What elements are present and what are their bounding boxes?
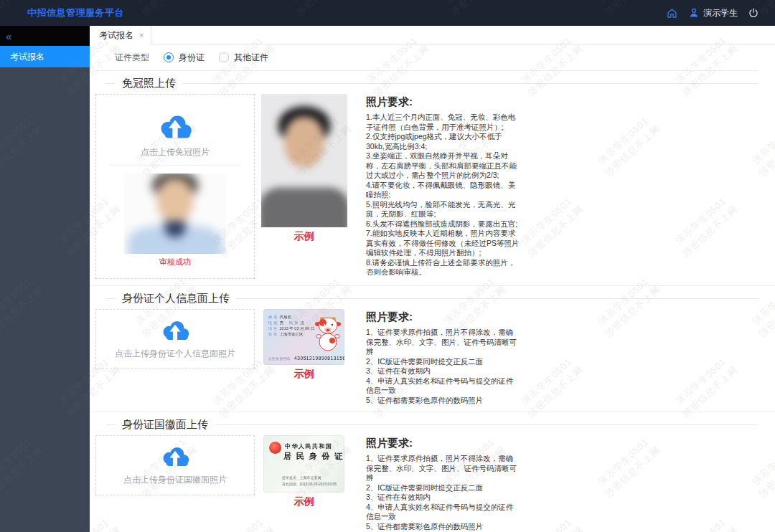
requirement-item: 2、IC版证件需要同时提交正反二面 <box>366 483 520 493</box>
example-column: 中华人民共和国 居 民 身 份 证 签发机关 上海市公安局 有效期限 2013.… <box>260 435 347 508</box>
example-column: 示例 <box>260 94 347 243</box>
main-content: 考试报名 × 证件类型 身份证 其他证件 免冠照上传 <box>90 26 775 532</box>
requirements-id-front: 照片要求: 1、证件要求原件拍摄，照片不得涂改，需确保完整、水印、文字、图片、证… <box>366 309 520 405</box>
tab-label: 考试报名 <box>99 29 133 42</box>
example-id-card-back: 中华人民共和国 居 民 身 份 证 签发机关 上海市公安局 有效期限 2013.… <box>263 435 344 493</box>
requirement-item: 8.请务必谨慎上传符合上述全部要求的照片，否则会影响审核。 <box>366 258 520 277</box>
cloud-upload-icon <box>159 445 191 468</box>
requirement-item: 3、证件在有效期内 <box>366 366 520 376</box>
requirement-item: 7.能如实地反映本人近期相貌，照片内容要求真实有效，不得做任何修改（未经过PS等… <box>366 229 520 258</box>
requirement-item: 4、申请人真实姓名和证件号码与提交的证件信息一致 <box>366 503 520 522</box>
app-title: 中招信息管理服务平台 <box>27 6 124 19</box>
upload-hint: 点击上传免冠照片 <box>141 146 210 158</box>
requirements-id-back: 照片要求: 1、证件要求原件拍摄，照片不得涂改，需确保完整、水印、文字、图片、证… <box>366 435 520 531</box>
requirement-item: 4.请不要化妆，不得佩戴眼镜、隐形眼镜、美瞳拍照; <box>366 181 520 200</box>
requirement-item: 2、IC版证件需要同时提交正反二面 <box>366 357 520 367</box>
example-label: 示例 <box>294 495 314 508</box>
tab-exam-registration[interactable]: 考试报名 × <box>90 26 151 44</box>
home-icon[interactable] <box>666 7 678 19</box>
section-divider <box>90 412 775 412</box>
user-icon <box>688 7 700 19</box>
cert-type-label: 证件类型 <box>115 52 149 64</box>
review-status: 审核成功 <box>159 257 191 267</box>
example-label: 示例 <box>294 230 314 243</box>
section-id-back: 点击上传身份证国徽面照片 中华人民共和国 居 民 身 份 证 签发机关 上海市公… <box>95 435 758 531</box>
cloud-upload-icon <box>159 319 191 342</box>
sidebar-header: « <box>0 26 90 46</box>
requirements-list: 1、证件要求原件拍摄，照片不得涂改，需确保完整、水印、文字、图片、证件号码清晰可… <box>366 328 520 405</box>
cow-cartoon <box>315 315 341 352</box>
cloud-upload-icon <box>156 113 194 141</box>
example-portrait-photo <box>261 94 347 227</box>
section-title-id-back: 身份证国徽面上传 <box>95 417 758 432</box>
upload-hint: 点击上传身份证个人信息面照片 <box>115 348 235 360</box>
radio-other-cert[interactable]: 其他证件 <box>219 52 268 64</box>
requirement-item: 5.照明光线均匀，脸部不能发光，无高光、光斑，无阴影、红眼等; <box>366 200 520 219</box>
user-name: 演示学生 <box>703 7 738 19</box>
requirements-list: 1、证件要求原件拍摄，照片不得涂改，需确保完整、水印、文字、图片、证件号码清晰可… <box>366 454 520 531</box>
app-window: 中招信息管理服务平台 演示学生 « 考试报名 <box>0 0 775 532</box>
section-id-front: 点击上传身份证个人信息面照片 姓 名代用名 性 别男民 族汉 出 生2013 年… <box>95 309 758 405</box>
section-divider <box>90 285 775 286</box>
radio-id-card[interactable]: 身份证 <box>164 52 205 64</box>
example-id-card-front: 姓 名代用名 性 别男民 族汉 出 生2013 年 03 月 06 日 住 址上… <box>263 309 344 365</box>
user-menu[interactable]: 演示学生 <box>688 7 738 19</box>
topbar-actions: 演示学生 <box>666 7 759 19</box>
section-title-portrait: 免冠照上传 <box>95 76 758 91</box>
topbar: 中招信息管理服务平台 演示学生 <box>0 0 775 26</box>
national-emblem-icon <box>269 442 281 454</box>
radio-circle-checked <box>164 52 174 62</box>
requirement-item: 1.本人近三个月内正面、免冠、无妆、彩色电子证件照（白色背景，用于准考证照片）; <box>366 113 520 132</box>
requirement-item: 3、证件在有效期内 <box>366 493 520 503</box>
sidebar-collapse-icon[interactable]: « <box>6 31 11 42</box>
upload-box-portrait[interactable]: 点击上传免冠照片 审核成功 <box>95 94 255 279</box>
uploaded-portrait-photo <box>124 174 226 254</box>
requirement-item: 3.坐姿端正，双眼自然睁开并平视，耳朵对称，左右肩膀平衡，头部和肩部要端正且不能… <box>366 151 520 181</box>
requirements-portrait: 照片要求: 1.本人近三个月内正面、免冠、无妆、彩色电子证件照（白色背景，用于准… <box>366 94 520 277</box>
requirement-item: 4、申请人真实姓名和证件号码与提交的证件信息一致 <box>366 376 520 396</box>
tab-bar: 考试报名 × <box>90 26 775 44</box>
upload-hint: 点击上传身份证国徽面照片 <box>123 474 227 486</box>
section-portrait: 点击上传免冠照片 审核成功 示例 照片要求: 1.本人近三个月内正面、免冠、无妆… <box>95 94 758 279</box>
requirements-list: 1.本人近三个月内正面、免冠、无妆、彩色电子证件照（白色背景，用于准考证照片）;… <box>366 113 520 277</box>
page-body: 证件类型 身份证 其他证件 免冠照上传 <box>90 44 775 532</box>
sidebar-item-label: 考试报名 <box>10 51 44 63</box>
divider <box>109 165 241 166</box>
tab-close-icon[interactable]: × <box>139 31 144 39</box>
requirement-item: 5、证件都需要彩色原件的数码照片 <box>366 522 520 532</box>
upload-box-id-front[interactable]: 点击上传身份证个人信息面照片 <box>95 309 255 369</box>
requirement-item: 6.头发不得遮挡脸部或造成阴影，要露出五官; <box>366 219 520 229</box>
upload-box-id-back[interactable]: 点击上传身份证国徽面照片 <box>95 435 255 495</box>
requirement-item: 2.仅支持jpg或jpeg格式，建议大小不低于30kb,宽高比例3:4; <box>366 132 520 151</box>
cert-type-row: 证件类型 身份证 其他证件 <box>95 44 758 71</box>
radio-circle-unchecked <box>219 52 229 62</box>
requirement-item: 1、证件要求原件拍摄，照片不得涂改，需确保完整、水印、文字、图片、证件号码清晰可… <box>366 454 520 483</box>
sidebar: « 考试报名 <box>0 26 90 532</box>
section-title-id-front: 身份证个人信息面上传 <box>95 291 758 306</box>
requirement-item: 5、证件都需要彩色原件的数码照片 <box>366 396 520 406</box>
example-label: 示例 <box>294 368 314 381</box>
sidebar-item-exam-registration[interactable]: 考试报名 <box>0 46 90 67</box>
logout-power-icon[interactable] <box>748 7 759 19</box>
requirement-item: 1、证件要求原件拍摄，照片不得涂改，需确保完整、水印、文字、图片、证件号码清晰可… <box>366 328 520 357</box>
example-column: 姓 名代用名 性 别男民 族汉 出 生2013 年 03 月 06 日 住 址上… <box>260 309 347 381</box>
